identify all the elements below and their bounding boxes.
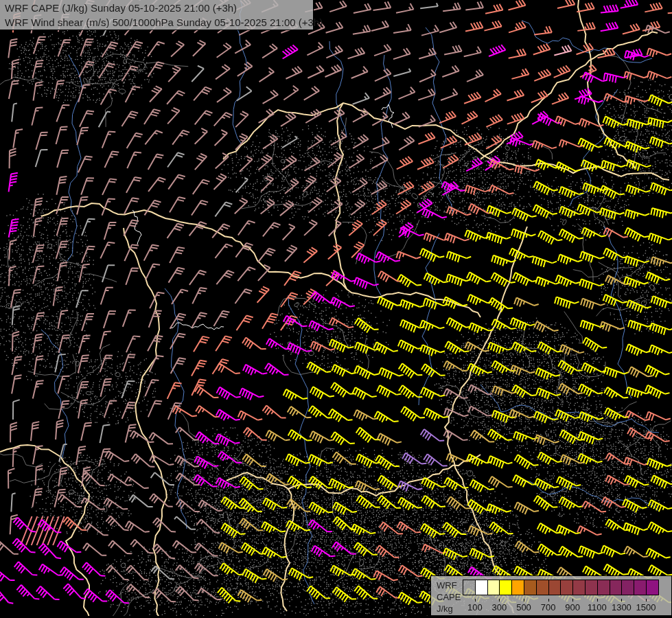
legend-cell: [560, 580, 573, 595]
legend-cell: [634, 580, 647, 595]
legend-title-param: CAPE: [437, 592, 461, 602]
legend-cell: [475, 580, 488, 595]
legend-tick-label: 1300: [612, 602, 632, 613]
legend-cell: [511, 580, 524, 595]
legend-tick: [597, 599, 598, 602]
legend-cell: [621, 580, 634, 595]
legend-cell: [646, 580, 659, 595]
legend-cell: [548, 580, 561, 595]
legend-tick: [499, 599, 500, 602]
legend-title-unit: J/kg: [437, 604, 453, 614]
legend-tick: [524, 599, 524, 602]
weather-map-screen: WRF CAPE (J/kg) Sunday 05-10-2025 21:00 …: [0, 0, 672, 618]
legend-cell: [585, 580, 598, 595]
legend-tick-label: 500: [516, 602, 531, 613]
title-line-shear: WRF Wind shear (m/s) 500/1000hPa Sunday …: [5, 15, 313, 30]
legend-tick: [646, 599, 647, 602]
legend-tick-label: 900: [565, 602, 580, 613]
legend-tick-label: 700: [541, 602, 556, 613]
legend-tick-label: 1500: [636, 602, 656, 613]
legend-tick: [572, 599, 573, 602]
legend-cell: [524, 580, 537, 595]
cape-legend: WRF CAPE J/kg 10030050070090011001300150…: [430, 575, 672, 616]
legend-cell: [499, 580, 512, 595]
legend-cell: [487, 580, 500, 595]
legend-tick-label: 1100: [588, 602, 607, 613]
legend-tick: [548, 599, 549, 602]
legend-tick-label: 300: [492, 602, 507, 613]
title-box: WRF CAPE (J/kg) Sunday 05-10-2025 21:00 …: [0, 0, 314, 30]
legend-cell: [610, 580, 623, 595]
legend-cell: [597, 580, 610, 595]
legend-cell: [572, 580, 586, 595]
legend-cell: [536, 580, 549, 595]
map-canvas: [0, 0, 672, 618]
legend-tick: [621, 599, 622, 602]
legend-tick: [475, 599, 476, 602]
legend-title-model: WRF: [437, 580, 457, 591]
title-line-cape: WRF CAPE (J/kg) Sunday 05-10-2025 21:00 …: [5, 1, 313, 15]
legend-cell: [463, 580, 476, 595]
legend-tick-label: 100: [467, 602, 483, 613]
